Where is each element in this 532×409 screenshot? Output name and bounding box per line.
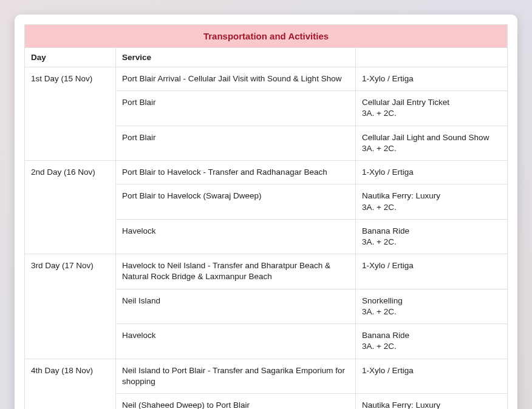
detail-text: 1-Xylo / Ertiga xyxy=(362,73,501,84)
service-cell: Neil (Shaheed Dweep) to Port Blair xyxy=(116,393,356,409)
detail-text: Nautika Ferry: Luxury xyxy=(362,191,501,201)
service-cell: Port Blair xyxy=(116,126,356,160)
day-cell: 1st Day (15 Nov) xyxy=(25,67,116,161)
detail-text: 1-Xylo / Ertiga xyxy=(362,260,501,271)
detail-text: Banana Ride xyxy=(362,226,501,237)
table-row: 2nd Day (16 Nov)Port Blair to Havelock -… xyxy=(25,161,508,184)
day-cell: 4th Day (18 Nov) xyxy=(25,359,116,409)
service-cell: Neil Island to Port Blair - Transfer and… xyxy=(116,359,356,393)
header-detail xyxy=(356,48,508,67)
detail-text: 1-Xylo / Ertiga xyxy=(362,167,501,178)
service-cell: Havelock to Neil Island - Transfer and B… xyxy=(116,254,356,289)
detail-cell: 1-Xylo / Ertiga xyxy=(356,67,508,91)
detail-cell: Cellular Jail Entry Ticket3A. + 2C. xyxy=(356,91,508,126)
detail-cell: Banana Ride3A. + 2C. xyxy=(356,324,508,359)
service-cell: Port Blair to Havelock - Transfer and Ra… xyxy=(116,161,356,184)
day-cell: 3rd Day (17 Nov) xyxy=(25,254,116,359)
header-service: Service xyxy=(116,48,356,67)
detail-sub: 3A. + 2C. xyxy=(362,341,501,352)
service-cell: Port Blair Arrival - Cellular Jail Visit… xyxy=(116,67,356,91)
day-cell: 2nd Day (16 Nov) xyxy=(25,161,116,254)
service-cell: Port Blair xyxy=(116,91,356,126)
detail-sub: 3A. + 2C. xyxy=(362,306,501,317)
detail-cell: Banana Ride3A. + 2C. xyxy=(356,219,508,254)
detail-text: Cellular Jail Light and Sound Show xyxy=(362,132,501,143)
detail-text: Banana Ride xyxy=(362,330,501,341)
detail-cell: Nautika Ferry: Luxury3A. + 2C. xyxy=(356,393,508,409)
detail-sub: 3A. + 2C. xyxy=(362,237,501,248)
table-row: 4th Day (18 Nov)Neil Island to Port Blai… xyxy=(25,359,508,393)
itinerary-table: Day Service 1st Day (15 Nov)Port Blair A… xyxy=(24,47,508,409)
detail-sub: 3A. + 2C. xyxy=(362,202,501,213)
table-row: 1st Day (15 Nov)Port Blair Arrival - Cel… xyxy=(25,67,508,91)
header-day: Day xyxy=(25,48,116,67)
detail-text: Cellular Jail Entry Ticket xyxy=(362,97,501,108)
service-cell: Port Blair to Havelock (Swaraj Dweep) xyxy=(116,184,356,219)
detail-sub: 3A. + 2C. xyxy=(362,108,501,119)
detail-cell: Nautika Ferry: Luxury3A. + 2C. xyxy=(356,184,508,219)
table-row: 3rd Day (17 Nov)Havelock to Neil Island … xyxy=(25,254,508,289)
detail-cell: 1-Xylo / Ertiga xyxy=(356,161,508,184)
table-header-row: Day Service xyxy=(25,48,508,67)
detail-text: 1-Xylo / Ertiga xyxy=(362,365,501,376)
detail-cell: Snorkelling3A. + 2C. xyxy=(356,289,508,323)
service-cell: Havelock xyxy=(116,219,356,254)
service-cell: Neil Island xyxy=(116,289,356,323)
detail-cell: Cellular Jail Light and Sound Show3A. + … xyxy=(356,126,508,160)
detail-sub: 3A. + 2C. xyxy=(362,143,501,154)
detail-text: Nautika Ferry: Luxury xyxy=(362,400,501,409)
table-title: Transportation and Activities xyxy=(24,24,508,47)
itinerary-card: Transportation and Activities Day Servic… xyxy=(15,15,517,409)
service-cell: Havelock xyxy=(116,324,356,359)
detail-text: Snorkelling xyxy=(362,296,501,306)
detail-cell: 1-Xylo / Ertiga xyxy=(356,254,508,289)
detail-cell: 1-Xylo / Ertiga xyxy=(356,359,508,393)
